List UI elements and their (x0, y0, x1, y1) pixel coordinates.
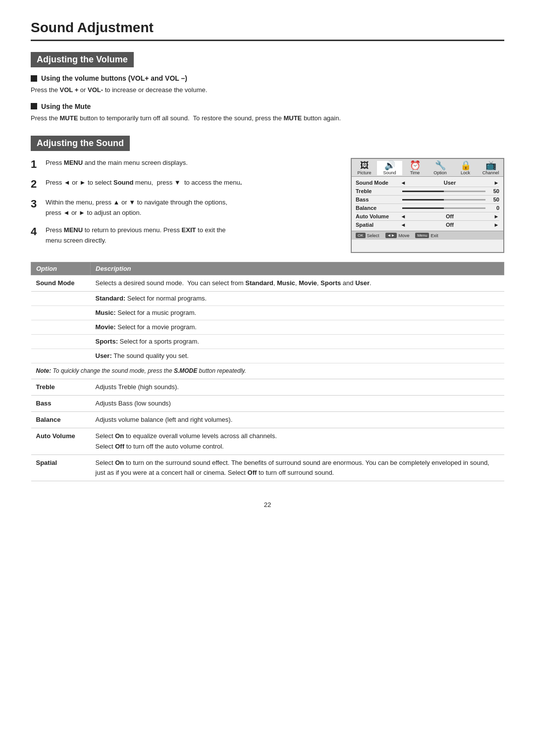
table-row-spatial: Spatial Select On to turn on the surroun… (31, 454, 504, 481)
table-row-treble: Treble Adjusts Treble (high sounds). (31, 379, 504, 396)
steps-and-screen: 1 Press MENU and the main menu screen di… (31, 158, 504, 253)
bullet-square-icon (31, 75, 37, 82)
tv-icon-picture: 🖼 Picture (352, 161, 377, 176)
tv-icon-time: ⏰ Time (402, 161, 428, 176)
subsection-vol-buttons-title: Using the volume buttons (VOL+ and VOL –… (31, 74, 504, 82)
table-row-user: User: The sound quality you set. (31, 349, 504, 363)
section-sound: Adjusting the Sound 1 Press MENU and the… (31, 136, 504, 481)
section-volume-header: Adjusting the Volume (31, 52, 134, 67)
step-2: 2 Press ◄ or ► to select Sound menu, pre… (31, 178, 339, 191)
time-icon: ⏰ (402, 161, 428, 171)
tv-icons-row: 🖼 Picture 🔊 Sound ⏰ Time 🔧 Option 🔒 (352, 159, 503, 177)
subsection-mute-title: Using the Mute (31, 102, 504, 110)
page-title: Sound Adjustment (31, 20, 504, 41)
step-3: 3 Within the menu, press ▲ or ▼ to navig… (31, 198, 339, 218)
table-row-music: Music: Select for a music program. (31, 305, 504, 320)
tv-icon-lock: 🔒 Lock (453, 161, 478, 176)
sound-icon: 🔊 (377, 161, 402, 171)
tv-icon-option: 🔧 Option (428, 161, 453, 176)
table-row-note: Note: To quickly change the sound mode, … (31, 363, 504, 379)
table-row-sound-mode: Sound Mode Selects a desired sound mode.… (31, 275, 504, 291)
option-label-sound-mode: Sound Mode (31, 275, 91, 291)
table-row-balance: Balance Adjusts volume balance (left and… (31, 412, 504, 428)
tv-screen-mockup: 🖼 Picture 🔊 Sound ⏰ Time 🔧 Option 🔒 (351, 158, 504, 253)
tv-menu-rows: Sound Mode ◄ User ► Treble 50 Bass (352, 177, 503, 231)
step-number-1: 1 (31, 158, 40, 171)
step-number-4: 4 (31, 225, 40, 246)
col-header-description: Description (91, 262, 504, 275)
step-text-2: Press ◄ or ► to select Sound menu, press… (46, 178, 242, 191)
step-1: 1 Press MENU and the main menu screen di… (31, 158, 339, 171)
table-row-bass: Bass Adjusts Bass (low sounds) (31, 396, 504, 412)
lock-icon: 🔒 (453, 161, 478, 171)
tv-icon-sound: 🔊 Sound (377, 161, 402, 176)
step-text-4: Press MENU to return to previous menu. P… (46, 225, 225, 246)
section-sound-header: Adjusting the Sound (31, 136, 130, 151)
tv-row-balance: Balance 0 (356, 204, 499, 212)
bullet-square-icon-2 (31, 103, 37, 109)
table-row-auto-volume: Auto Volume Select On to equalize overal… (31, 428, 504, 454)
tv-bottom-bar: OK Select ◄► Move Menu Exit (352, 231, 503, 240)
tv-row-treble: Treble 50 (356, 187, 499, 196)
tv-row-sound-mode: Sound Mode ◄ User ► (356, 179, 499, 187)
table-row-standard: Standard: Select for normal programs. (31, 291, 504, 305)
steps-list: 1 Press MENU and the main menu screen di… (31, 158, 339, 253)
table-row-sports: Sports: Select for a sports program. (31, 335, 504, 349)
option-icon: 🔧 (428, 161, 453, 171)
picture-icon: 🖼 (352, 161, 377, 171)
section-volume: Adjusting the Volume Using the volume bu… (31, 52, 504, 124)
step-4: 4 Press MENU to return to previous menu.… (31, 225, 339, 246)
subsection-vol-buttons-content: Press the VOL + or VOL- to increase or d… (31, 85, 504, 96)
tv-row-spatial: Spatial ◄ Off ► (356, 221, 499, 229)
col-header-option: Option (31, 262, 91, 275)
page-number: 22 (31, 501, 504, 508)
tv-row-bass: Bass 50 (356, 196, 499, 204)
tv-row-auto-volume: Auto Volume ◄ Off ► (356, 212, 499, 221)
step-number-3: 3 (31, 198, 40, 218)
step-text-3: Within the menu, press ▲ or ▼ to navigat… (46, 198, 227, 218)
tv-icon-channel: 📺 Channel (478, 161, 503, 176)
option-desc-sound-mode: Selects a desired sound mode. You can se… (91, 275, 504, 291)
subsection-mute-content: Press the MUTE button to temporarily tur… (31, 113, 504, 124)
channel-icon: 📺 (478, 161, 503, 171)
table-row-movie: Movie: Select for a movie program. (31, 320, 504, 334)
step-text-1: Press MENU and the main menu screen disp… (46, 158, 188, 171)
options-table: Option Description Sound Mode Selects a … (31, 262, 504, 481)
step-number-2: 2 (31, 178, 40, 191)
